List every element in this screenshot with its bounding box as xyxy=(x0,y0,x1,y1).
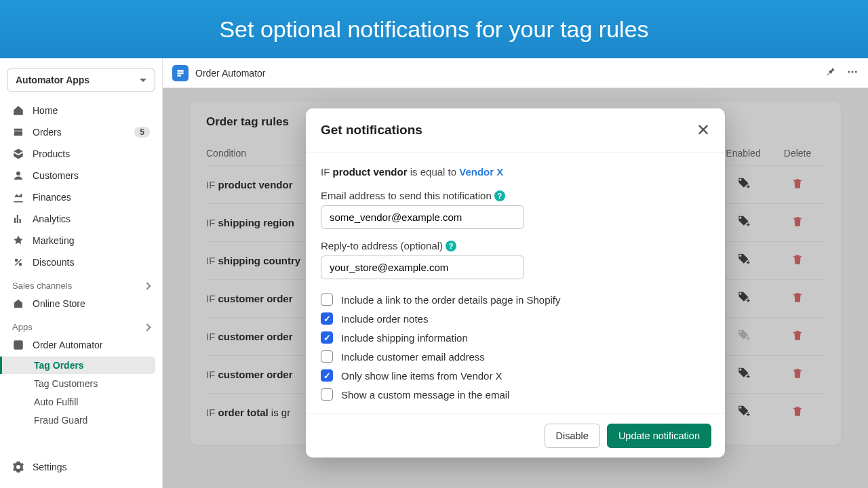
sidebar-item-products[interactable]: Products xyxy=(7,144,155,164)
apps-heading[interactable]: Apps xyxy=(7,315,155,335)
notification-modal: Get notifications ✕ IF product vendor is… xyxy=(306,108,725,458)
sidebar-sub-auto-fulfill[interactable]: Auto Fulfill xyxy=(7,393,155,411)
app-selector-label: Automator Apps xyxy=(16,75,90,85)
sidebar-item-order-automator[interactable]: Order Automator xyxy=(7,335,155,355)
finances-icon xyxy=(12,191,24,203)
pin-icon[interactable] xyxy=(825,66,837,81)
badge: 5 xyxy=(134,127,150,138)
update-notification-button[interactable]: Update notification xyxy=(607,424,711,448)
home-icon xyxy=(12,104,24,117)
sidebar-item-marketing[interactable]: Marketing xyxy=(7,230,155,251)
checkbox-option[interactable]: Include shipping information xyxy=(321,328,710,347)
svg-point-5 xyxy=(852,70,854,73)
disable-button[interactable]: Disable xyxy=(545,424,600,448)
app-logo-icon xyxy=(172,65,189,81)
checkbox[interactable] xyxy=(321,369,333,382)
chevron-right-icon xyxy=(143,323,151,331)
store-icon xyxy=(12,298,24,310)
topbar-title: Order Automator xyxy=(195,68,266,79)
products-icon xyxy=(12,148,24,160)
email-input[interactable] xyxy=(321,205,524,229)
sidebar-item-analytics[interactable]: Analytics xyxy=(7,209,155,229)
sidebar-item-discounts[interactable]: Discounts xyxy=(7,252,155,272)
checkbox-option[interactable]: Include customer email address xyxy=(321,347,710,366)
analytics-icon xyxy=(12,213,24,225)
chevron-right-icon xyxy=(143,282,151,289)
sidebar-item-home[interactable]: Home xyxy=(7,100,155,121)
checkbox-option[interactable]: Include a link to the order details page… xyxy=(321,290,710,309)
email-label: Email address to send this notification … xyxy=(321,190,710,201)
vendor-link[interactable]: Vendor X xyxy=(459,166,503,178)
checkbox-option[interactable]: Only show line items from Vendor X xyxy=(321,366,710,385)
sidebar-sub-tag-orders[interactable]: Tag Orders xyxy=(0,357,155,374)
svg-point-4 xyxy=(848,70,850,73)
checkbox[interactable] xyxy=(321,293,333,306)
modal-condition: IF product vendor is equal to Vendor X xyxy=(321,166,710,178)
help-icon[interactable]: ? xyxy=(494,190,505,201)
gear-icon xyxy=(12,461,24,473)
sidebar-item-online-store[interactable]: Online Store xyxy=(7,293,155,314)
orders-icon xyxy=(12,126,24,138)
sales-channels-heading[interactable]: Sales channels xyxy=(7,274,155,293)
sidebar: Automator Apps HomeOrders5ProductsCustom… xyxy=(0,58,163,488)
sidebar-item-orders[interactable]: Orders5 xyxy=(7,122,155,142)
close-icon[interactable]: ✕ xyxy=(696,121,710,140)
main-content: Order Automator Order tag rules Conditio… xyxy=(163,58,868,488)
sidebar-item-finances[interactable]: Finances xyxy=(7,187,155,207)
reply-label: Reply-to address (optional) ? xyxy=(321,240,710,251)
reply-input[interactable] xyxy=(321,256,524,279)
more-icon[interactable] xyxy=(846,66,859,81)
sidebar-sub-fraud-guard[interactable]: Fraud Guard xyxy=(7,411,155,429)
help-icon[interactable]: ? xyxy=(446,241,456,251)
checkbox-option[interactable]: Show a custom message in the email xyxy=(321,385,710,404)
modal-title: Get notifications xyxy=(321,123,422,138)
checkbox[interactable] xyxy=(321,331,333,344)
app-selector[interactable]: Automator Apps xyxy=(7,68,155,92)
checkbox[interactable] xyxy=(321,388,333,401)
marketing-icon xyxy=(12,235,24,247)
svg-point-6 xyxy=(855,70,857,73)
sidebar-item-settings[interactable]: Settings xyxy=(7,457,155,477)
banner: Set optional notifications for your tag … xyxy=(0,0,868,58)
checkbox[interactable] xyxy=(321,312,333,325)
topbar: Order Automator xyxy=(163,58,868,88)
chevron-down-icon xyxy=(140,79,146,82)
svg-point-1 xyxy=(15,259,18,262)
svg-point-2 xyxy=(19,263,22,266)
sidebar-item-customers[interactable]: Customers xyxy=(7,165,155,186)
app-icon xyxy=(12,339,24,351)
customers-icon xyxy=(12,169,24,182)
checkbox[interactable] xyxy=(321,350,333,363)
checkbox-option[interactable]: Include order notes xyxy=(321,309,710,328)
discounts-icon xyxy=(12,256,24,268)
svg-rect-3 xyxy=(14,340,23,350)
svg-point-0 xyxy=(16,171,20,176)
sidebar-sub-tag-customers[interactable]: Tag Customers xyxy=(7,375,155,392)
